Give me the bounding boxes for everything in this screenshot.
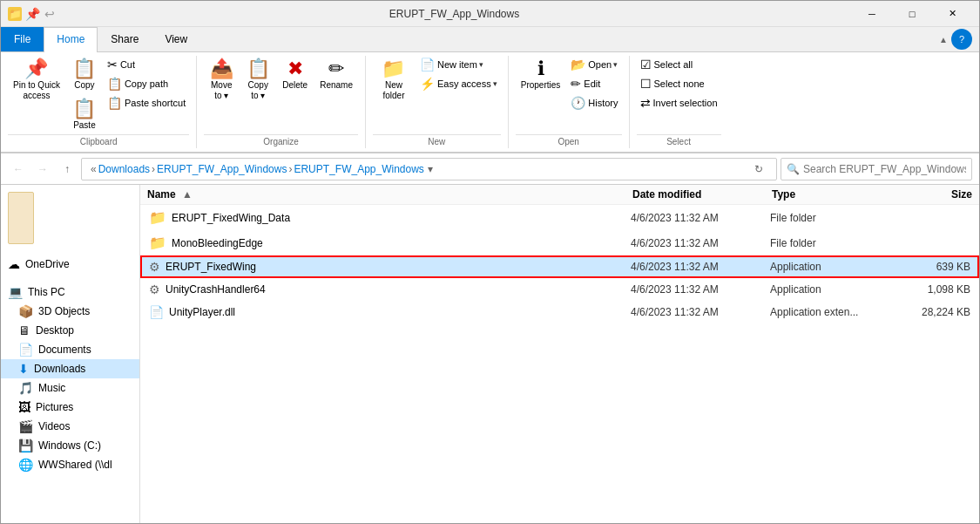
close-button[interactable]: ✕ [932, 1, 972, 27]
file-type-0: File folder [770, 212, 901, 224]
file-name-0: ERUPT_FixedWing_Data [172, 212, 631, 224]
properties-button[interactable]: ℹ Properties [516, 56, 566, 94]
edit-button[interactable]: ✏ Edit [567, 75, 621, 92]
forward-button[interactable]: → [32, 159, 53, 180]
sidebar-item-thispc[interactable]: 💻 This PC [1, 282, 139, 302]
path-downloads[interactable]: Downloads [98, 163, 150, 175]
sidebar-label-thispc: This PC [28, 286, 65, 298]
copy-to-button[interactable]: 📋 Copyto ▾ [240, 56, 275, 105]
organize-label: Organize [204, 134, 358, 148]
tab-file[interactable]: File [1, 27, 44, 51]
file-date-1: 4/6/2023 11:32 AM [631, 237, 770, 249]
cut-icon: ✂ [107, 58, 118, 71]
sidebar-section-thispc: 💻 This PC 📦 3D Objects 🖥 Desktop 📄 Docum… [1, 276, 139, 476]
path-dropdown-arrow[interactable]: ▾ [428, 163, 433, 175]
sidebar-item-windowsc[interactable]: 💾 Windows (C:) [1, 436, 139, 455]
pin-to-quick-access-button[interactable]: 📌 Pin to Quickaccess [8, 56, 65, 105]
invert-selection-button[interactable]: ⇄ Invert selection [637, 94, 721, 112]
file-date-4: 4/6/2023 11:32 AM [631, 306, 770, 318]
paste-shortcut-button[interactable]: 📋 Paste shortcut [104, 94, 189, 112]
new-folder-button[interactable]: 📁 Newfolder [373, 56, 415, 105]
videos-icon: 🎬 [18, 419, 33, 433]
sidebar-label-music: Music [38, 382, 65, 394]
search-box[interactable]: 🔍 [781, 158, 972, 180]
ribbon-tabs: File Home Share View ▲ ? [1, 27, 979, 52]
sidebar-label-wwshared: WWShared (\\dl [38, 459, 112, 471]
sidebar-item-documents[interactable]: 📄 Documents [1, 340, 139, 359]
select-all-button[interactable]: ☑ Select all [637, 56, 721, 73]
file-row-4[interactable]: 📄 UnityPlayer.dll 4/6/2023 11:32 AM Appl… [140, 301, 979, 323]
sidebar-item-downloads[interactable]: ⬇ Downloads [1, 359, 139, 378]
copy-path-button[interactable]: 📋 Copy path [104, 75, 189, 92]
clipboard-group-items: 📌 Pin to Quickaccess 📋 Copy 📋 Paste [8, 56, 189, 134]
undo-icon[interactable]: ↩ [43, 7, 57, 21]
file-row-3[interactable]: ⚙ UnityCrashHandler64 4/6/2023 11:32 AM … [140, 278, 979, 301]
window-title: ERUPT_FW_App_Windows [57, 8, 852, 20]
help-button[interactable]: ? [951, 29, 972, 50]
up-button[interactable]: ↑ [57, 159, 78, 180]
col-date-header[interactable]: Date modified [632, 188, 772, 201]
select-group-items: ☑ Select all ☐ Select none ⇄ Invert sele… [637, 56, 721, 134]
copy-to-label: Copyto ▾ [248, 80, 268, 101]
sidebar-item-wwshared[interactable]: 🌐 WWShared (\\dl [1, 455, 139, 474]
sidebar-item-videos[interactable]: 🎬 Videos [1, 417, 139, 436]
delete-button[interactable]: ✖ Delete [277, 56, 313, 94]
pin-icon[interactable]: 📌 [25, 7, 39, 21]
new-item-icon: 📄 [420, 58, 435, 71]
col-size-header[interactable]: Size [902, 188, 972, 201]
file-date-2: 4/6/2023 11:32 AM [631, 261, 770, 273]
invert-icon: ⇄ [640, 96, 651, 110]
new-group: 📁 Newfolder 📄 New item ▾ ⚡ Easy access ▾ [366, 56, 509, 148]
file-row-2[interactable]: ⚙ ERUPT_FixedWing 4/6/2023 11:32 AM Appl… [140, 255, 979, 278]
paste-shortcut-icon: 📋 [107, 96, 122, 110]
sidebar-label-onedrive: OneDrive [25, 258, 70, 270]
select-none-button[interactable]: ☐ Select none [637, 75, 721, 92]
easy-access-button[interactable]: ⚡ Easy access ▾ [416, 75, 501, 92]
tab-share[interactable]: Share [98, 27, 152, 51]
sidebar-item-onedrive[interactable]: ☁ OneDrive [1, 255, 139, 274]
search-input[interactable] [803, 163, 966, 175]
file-name-3: UnityCrashHandler64 [166, 283, 631, 296]
file-row-0[interactable]: 📁 ERUPT_FixedWing_Data 4/6/2023 11:32 AM… [140, 205, 979, 230]
file-header[interactable]: Name ▲ Date modified Type Size [140, 185, 979, 205]
app-icon: 📁 [8, 7, 22, 21]
address-path[interactable]: « Downloads › ERUPT_FW_App_Windows › ERU… [81, 158, 777, 180]
sidebar-item-3dobjects[interactable]: 📦 3D Objects [1, 302, 139, 321]
new-folder-label: Newfolder [382, 80, 404, 101]
select-group: ☑ Select all ☐ Select none ⇄ Invert sele… [630, 56, 728, 148]
tab-home[interactable]: Home [44, 27, 98, 52]
select-all-icon: ☑ [640, 58, 652, 71]
rename-label: Rename [320, 80, 353, 91]
paste-button[interactable]: 📋 Paste [67, 96, 102, 134]
minimize-button[interactable]: ─ [852, 1, 892, 27]
history-button[interactable]: 🕐 History [567, 94, 621, 112]
title-bar-icons: 📁 📌 ↩ [8, 7, 57, 21]
back-button[interactable]: ← [8, 159, 29, 180]
cut-button[interactable]: ✂ Cut [104, 56, 189, 73]
path-erupt1[interactable]: ERUPT_FW_App_Windows [157, 163, 287, 175]
sidebar-item-desktop[interactable]: 🖥 Desktop [1, 321, 139, 340]
sidebar-item-pictures[interactable]: 🖼 Pictures [1, 398, 139, 417]
col-name-header[interactable]: Name ▲ [147, 188, 632, 201]
copy-button[interactable]: 📋 Copy [67, 56, 102, 94]
move-to-label: Moveto ▾ [211, 80, 232, 101]
move-to-button[interactable]: 📤 Moveto ▾ [204, 56, 239, 105]
open-group: ℹ Properties 📂 Open ▾ ✏ Edit 🕐 [509, 56, 630, 148]
maximize-button[interactable]: □ [892, 1, 932, 27]
easy-access-arrow: ▾ [493, 79, 497, 88]
downloads-icon: ⬇ [18, 362, 29, 376]
properties-label: Properties [521, 80, 561, 91]
file-row-1[interactable]: 📁 MonoBleedingEdge 4/6/2023 11:32 AM Fil… [140, 230, 979, 255]
tab-view[interactable]: View [152, 27, 200, 51]
refresh-button[interactable]: ↻ [748, 159, 769, 180]
sidebar-label-windowsc: Windows (C:) [38, 439, 101, 452]
invert-label: Invert selection [653, 98, 718, 108]
file-icon-3: ⚙ [149, 282, 160, 296]
sidebar-item-music[interactable]: 🎵 Music [1, 378, 139, 398]
documents-icon: 📄 [18, 343, 33, 357]
new-item-button[interactable]: 📄 New item ▾ [416, 56, 501, 73]
path-erupt2[interactable]: ERUPT_FW_App_Windows [294, 163, 423, 175]
col-type-header[interactable]: Type [772, 188, 902, 201]
rename-button[interactable]: ✏ Rename [314, 56, 358, 94]
open-button[interactable]: 📂 Open ▾ [567, 56, 621, 73]
